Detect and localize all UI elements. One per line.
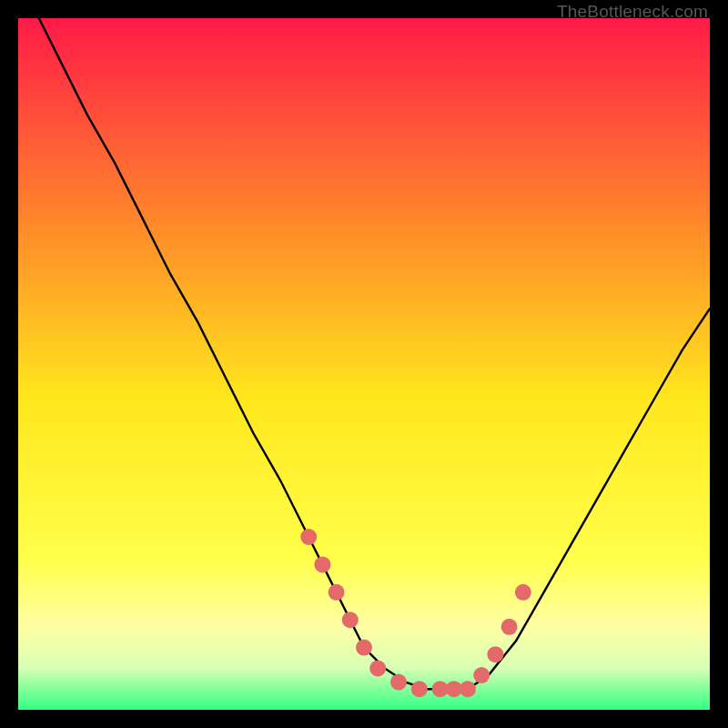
marker-point [329, 584, 345, 601]
marker-point [356, 640, 372, 656]
marker-point [369, 660, 386, 676]
marker-point [487, 646, 503, 662]
marker-point [473, 667, 490, 683]
marker-point [342, 612, 359, 628]
attribution-label: TheBottleneck.com [557, 2, 708, 22]
marker-point [314, 556, 330, 572]
marker-point [411, 681, 428, 697]
gradient-background [18, 18, 710, 710]
marker-point [460, 681, 476, 697]
plot-area [18, 18, 710, 710]
chart-frame: TheBottleneck.com [0, 0, 728, 728]
marker-point [515, 584, 531, 601]
marker-point [501, 619, 518, 635]
marker-point [300, 529, 317, 545]
marker-point [390, 674, 407, 691]
chart-svg [18, 18, 710, 710]
